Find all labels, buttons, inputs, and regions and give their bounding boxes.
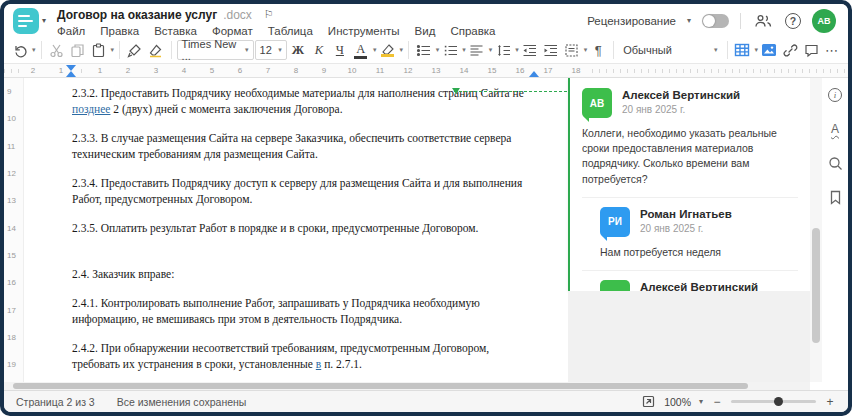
ruler-number: 10 [338, 66, 366, 75]
insert-link-button[interactable] [780, 39, 800, 61]
ruler-number: 1 [86, 66, 114, 75]
zoom-level[interactable]: 100% [664, 396, 691, 408]
highlight-button[interactable] [377, 39, 397, 61]
review-caret-icon[interactable]: ▾ [687, 16, 691, 25]
line-spacing-button[interactable] [493, 39, 513, 61]
toolbar: ▾ ▾ Times New ...▾ 12▾ Ж К Ч А ▾ [4, 37, 848, 64]
toolbar-more-button[interactable]: ⋯ [822, 39, 842, 61]
menu-item[interactable]: Вставка [154, 25, 197, 37]
paragraph-2-4-2: 2.4.2. При обнаружении несоответствий тр… [72, 341, 536, 372]
underline-button[interactable]: Ч [330, 39, 350, 61]
undo-caret-icon[interactable]: ▾ [32, 46, 36, 54]
paragraph-2-4: 2.4. Заказчик вправе: [72, 267, 536, 283]
ruler-number: 14 [4, 214, 18, 241]
search-icon[interactable] [826, 154, 844, 172]
comment-text: Коллеги, необходимо указать реальные сро… [582, 126, 798, 187]
bullet-list-caret-icon[interactable]: ▾ [436, 46, 440, 54]
align-left-button[interactable] [467, 39, 487, 61]
fit-page-icon[interactable] [640, 394, 656, 410]
menu-item[interactable]: Вид [415, 25, 436, 37]
font-size-value: 12 [260, 44, 272, 56]
user-avatar[interactable]: АВ [812, 9, 836, 33]
title-block: Договор на оказание услуг.docx ⚐ ФайлПра… [57, 4, 496, 37]
ruler-number: 15 [4, 242, 18, 269]
copy-button[interactable] [67, 39, 87, 61]
page-indicator[interactable]: Страница 2 из 3 [16, 396, 95, 408]
spellcheck-icon[interactable]: А [826, 120, 844, 138]
font-color-caret-icon[interactable]: ▾ [373, 46, 377, 54]
horizontal-scrollbar-thumb[interactable] [13, 383, 748, 389]
bookmark-icon[interactable] [826, 188, 844, 206]
clear-style-button[interactable] [146, 39, 166, 61]
highlight-caret-icon[interactable]: ▾ [399, 46, 403, 54]
font-name-select[interactable]: Times New ...▾ [177, 40, 254, 60]
undo-button[interactable] [10, 39, 30, 61]
bold-button[interactable]: Ж [288, 39, 308, 61]
ruler-number: 11 [4, 133, 18, 160]
decrease-indent-button[interactable] [520, 39, 540, 61]
comment-reply[interactable]: РИ Роман Игнатьев 20 янв 2025 г. Нам пот… [582, 197, 798, 260]
insert-image-button[interactable] [759, 39, 779, 61]
logo-caret-icon[interactable]: ▾ [42, 16, 46, 25]
format-painter-button[interactable] [125, 39, 145, 61]
review-toggle[interactable] [702, 14, 729, 28]
paste-button[interactable] [88, 39, 108, 61]
comments-panel[interactable]: АВ Алексей Вертинский 20 янв 2025 г. Кол… [568, 78, 810, 291]
collaboration-users-icon[interactable] [752, 10, 774, 32]
numbered-list-button[interactable] [440, 39, 460, 61]
help-icon[interactable]: ? [785, 13, 801, 29]
comment-item[interactable]: АВ Алексей Вертинский 20 янв 2025 г. Кол… [582, 88, 798, 187]
cut-button[interactable] [46, 39, 66, 61]
paragraph-settings-caret-icon[interactable]: ▾ [584, 46, 588, 54]
ruler-number: 2 [19, 66, 47, 75]
paragraph-settings-button[interactable] [562, 39, 582, 61]
increase-indent-button[interactable] [541, 39, 561, 61]
ruler-number: 12 [394, 66, 422, 75]
bullet-list-button[interactable] [414, 39, 434, 61]
favorite-flag-icon[interactable]: ⚐ [264, 8, 274, 21]
menu-item[interactable]: Файл [57, 25, 85, 37]
pilcrow-glyph: ¶ [595, 43, 602, 58]
italic-button[interactable]: К [309, 39, 329, 61]
menu-item[interactable]: Справка [450, 25, 495, 37]
style-value: Обычный [623, 44, 672, 56]
right-indent-marker[interactable] [529, 71, 539, 77]
font-size-select[interactable]: 12▾ [255, 40, 287, 60]
zoom-slider-handle[interactable] [774, 397, 783, 406]
zoom-caret-icon[interactable]: ▾ [699, 397, 703, 406]
menu-item[interactable]: Инструменты [328, 25, 400, 37]
font-name-caret-icon: ▾ [245, 46, 249, 54]
numbered-list-caret-icon[interactable]: ▾ [462, 46, 466, 54]
horizontal-ruler[interactable]: 21123456789101112131415161718 [4, 64, 848, 78]
vertical-scrollbar-thumb[interactable] [812, 228, 820, 343]
document-info-icon[interactable]: i [826, 86, 844, 104]
paste-caret-icon[interactable]: ▾ [110, 46, 114, 54]
zoom-slider[interactable] [731, 400, 816, 403]
line-spacing-caret-icon[interactable]: ▾ [515, 46, 519, 54]
horizontal-scrollbar[interactable] [4, 382, 810, 390]
menu-item[interactable]: Правка [100, 25, 139, 37]
document-page[interactable]: 2.3.2. Предоставить Подрядчику необходим… [24, 78, 568, 382]
vertical-ruler[interactable]: 91011121314151617181920 [4, 78, 24, 382]
menu-item[interactable]: Формат [212, 25, 253, 37]
vertical-scrollbar[interactable] [810, 78, 822, 382]
ruler-number: 11 [366, 66, 394, 75]
align-caret-icon[interactable]: ▾ [489, 46, 493, 54]
nonprinting-chars-button[interactable]: ¶ [588, 39, 608, 61]
zoom-out-button[interactable]: − [711, 395, 723, 409]
menu-item[interactable]: Таблица [268, 25, 313, 37]
review-mode-label[interactable]: Рецензирование [587, 15, 676, 27]
insert-table-button[interactable] [732, 39, 752, 61]
font-color-button[interactable]: А [351, 39, 371, 61]
document-text[interactable]: 2.3.2. Предоставить Подрядчику необходим… [24, 78, 568, 382]
app-logo-icon[interactable] [13, 8, 39, 34]
zoom-in-button[interactable]: + [824, 395, 836, 409]
app-logo-group[interactable]: ▾ [4, 4, 46, 37]
ruler-number: 12 [4, 160, 18, 187]
comment-reply[interactable]: АВ Алексей Вертинский 26 май 2025 г. Ром… [582, 270, 798, 291]
insert-comment-button[interactable] [801, 39, 821, 61]
insert-table-caret-icon[interactable]: ▾ [754, 46, 758, 54]
left-indent-marker[interactable] [66, 71, 76, 77]
panel-background [568, 291, 810, 382]
paragraph-style-select[interactable]: Обычный▾ [619, 40, 721, 60]
